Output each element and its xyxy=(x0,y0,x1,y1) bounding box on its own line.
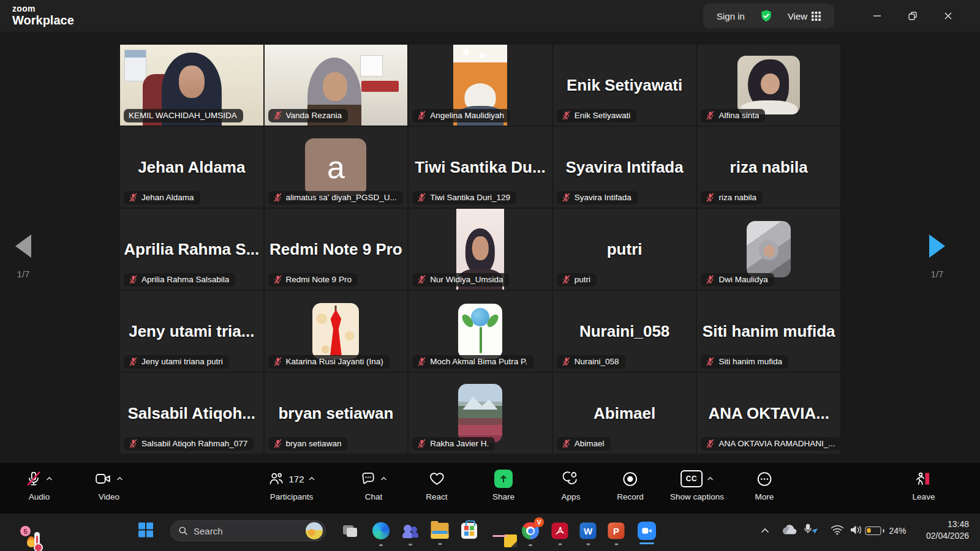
record-icon xyxy=(622,471,639,487)
task-view-button[interactable] xyxy=(341,522,360,540)
muted-mic-icon xyxy=(417,111,426,120)
participant-tile[interactable]: KEMIL WACHIDAH_UMSIDA xyxy=(120,45,263,126)
more-button[interactable]: More xyxy=(755,470,774,501)
participant-tile[interactable]: Nur Widiya_Umsida xyxy=(409,209,552,290)
participant-tile[interactable]: Syavira IntifadaSyavira Intifada xyxy=(553,127,696,208)
muted-mic-icon xyxy=(706,357,715,366)
video-art-shape xyxy=(361,81,399,91)
participant-tile[interactable]: aalimatus sa' diyah_PGSD_U... xyxy=(265,127,408,208)
participant-tile[interactable]: Moch Akmal Bima Putra P. xyxy=(409,291,552,372)
teams-button[interactable] xyxy=(402,522,419,539)
clock-date: 02/04/2026 xyxy=(926,530,969,542)
react-button[interactable]: React xyxy=(426,470,447,501)
participant-name-label: Dwi Maulidya xyxy=(718,275,767,284)
muted-mic-icon xyxy=(706,439,715,448)
chrome-button[interactable]: V xyxy=(521,522,540,540)
video-art-shape xyxy=(124,50,146,81)
start-button[interactable] xyxy=(138,522,154,540)
microsoft-store-icon xyxy=(461,523,477,539)
microsoft-store-button[interactable] xyxy=(461,523,477,539)
zoom-app-icon xyxy=(638,522,656,540)
tray-overflow-chevron[interactable] xyxy=(761,527,769,536)
participant-name-pill: ANA OKTAVIA RAMADHANI_... xyxy=(701,437,840,451)
battery-tray-button[interactable]: 24% xyxy=(865,526,906,536)
participant-name-pill: Siti hanim mufida xyxy=(701,355,788,369)
participant-tile[interactable]: Redmi Note 9 ProRedmi Note 9 Pro xyxy=(265,209,408,290)
participant-tile[interactable]: Salsabil Atiqoh...Salsabil Atiqoh Rahmah… xyxy=(120,373,263,454)
volume-tray-button[interactable] xyxy=(850,525,863,538)
participant-tile[interactable]: Alfina sinta xyxy=(697,45,840,126)
captions-options-chevron[interactable] xyxy=(707,476,714,481)
participant-tile[interactable]: Nuraini_058Nuraini_058 xyxy=(553,291,696,372)
audio-options-chevron[interactable] xyxy=(46,476,53,481)
powerpoint-icon: P xyxy=(608,523,625,539)
muted-mic-icon xyxy=(129,439,138,448)
logo-zoom-text: zoom xyxy=(12,4,74,13)
taskbar-search-box[interactable]: Search xyxy=(170,520,326,541)
onedrive-cloud-icon xyxy=(781,525,797,536)
participant-name-pill: riza nabila xyxy=(701,191,763,204)
participant-tile[interactable]: Katarina Rusi Jayanti (Ina) xyxy=(265,291,408,372)
previous-page-arrow-icon xyxy=(15,234,31,258)
mic-location-tray-button[interactable] xyxy=(803,524,819,538)
muted-mic-icon xyxy=(273,275,282,284)
participant-tile[interactable]: putriputri xyxy=(553,209,696,290)
video-options-chevron[interactable] xyxy=(116,476,123,481)
onedrive-tray-button[interactable] xyxy=(781,525,797,538)
participant-tile[interactable]: Vanda Rezania xyxy=(265,45,408,126)
video-button[interactable]: Video xyxy=(95,470,123,501)
participant-tile[interactable]: Aprilia Rahma S...Aprilia Rahma Salsabil… xyxy=(120,209,263,290)
chat-button[interactable]: Chat xyxy=(360,470,387,501)
view-button[interactable]: View xyxy=(784,10,824,22)
participant-name-pill: Nuraini_058 xyxy=(557,355,625,369)
participant-tile[interactable]: Dwi Maulidya xyxy=(697,209,840,290)
participant-tile[interactable]: Jehan AldamaJehan Aldama xyxy=(120,127,263,208)
leave-button[interactable]: Leave xyxy=(913,470,935,501)
video-art-shape xyxy=(323,72,347,102)
participant-name-label: Salsabil Atiqoh Rahmah_077 xyxy=(141,439,247,448)
share-button[interactable]: Share xyxy=(492,470,514,501)
participant-tile[interactable]: riza nabilariza nabila xyxy=(697,127,840,208)
participant-tile[interactable]: Tiwi Santika Du...Tiwi Santika Duri_129 xyxy=(409,127,552,208)
security-shield-icon[interactable] xyxy=(760,9,773,23)
word-button[interactable]: W xyxy=(580,523,597,539)
apps-button[interactable]: Apps xyxy=(562,470,581,501)
chrome-icon: V xyxy=(521,522,540,540)
teams-icon xyxy=(402,522,419,539)
file-explorer-button[interactable] xyxy=(431,523,449,539)
show-captions-button[interactable]: CC Show captions xyxy=(670,470,724,501)
participant-tile[interactable]: Enik SetiyawatiEnik Setiyawati xyxy=(553,45,696,126)
participant-tile[interactable]: ANA OKTAVIA...ANA OKTAVIA RAMADHANI_... xyxy=(697,373,840,454)
edge-button[interactable] xyxy=(372,522,390,540)
zoom-app-button[interactable] xyxy=(638,522,656,540)
sign-in-button[interactable]: Sign in xyxy=(713,10,748,22)
battery-percent: 24% xyxy=(889,526,906,536)
participant-name-label: Jehan Aldama xyxy=(141,193,194,202)
record-button[interactable]: Record xyxy=(617,470,644,501)
participant-tile[interactable]: Rakha Javier H. xyxy=(409,373,552,454)
video-art-shape xyxy=(179,66,205,98)
wifi-tray-button[interactable] xyxy=(831,525,844,537)
restore-button[interactable] xyxy=(895,0,930,32)
audio-button[interactable]: Audio xyxy=(26,470,53,501)
participant-tile[interactable]: Siti hanim mufidaSiti hanim mufida xyxy=(697,291,840,372)
participant-tile[interactable]: bryan setiawanbryan setiawan xyxy=(265,373,408,454)
chat-options-chevron[interactable] xyxy=(380,476,387,481)
participant-tile[interactable]: Jeny utami tria...Jeny utami triana putr… xyxy=(120,291,263,372)
participants-options-chevron[interactable] xyxy=(309,476,315,481)
participant-tile[interactable]: Angelina Maulidiyah xyxy=(409,45,552,126)
participant-tile[interactable]: AbimaelAbimael xyxy=(553,373,696,454)
minimize-button[interactable] xyxy=(860,0,894,32)
react-label: React xyxy=(426,492,447,501)
next-page-button[interactable]: 1/7 xyxy=(919,234,956,280)
taskbar-clock[interactable]: 13:48 02/04/2026 xyxy=(922,518,973,542)
previous-page-button[interactable]: 1/7 xyxy=(5,234,42,280)
powerpoint-button[interactable]: P xyxy=(608,523,625,539)
participants-button[interactable]: 172 Participants xyxy=(268,470,315,501)
participants-label: Participants xyxy=(270,492,314,501)
video-art-shape xyxy=(761,73,780,95)
close-button[interactable] xyxy=(931,0,965,32)
acrobat-button[interactable] xyxy=(552,523,568,539)
participant-name-label: Abimael xyxy=(575,439,605,448)
muted-mic-icon xyxy=(706,193,715,202)
